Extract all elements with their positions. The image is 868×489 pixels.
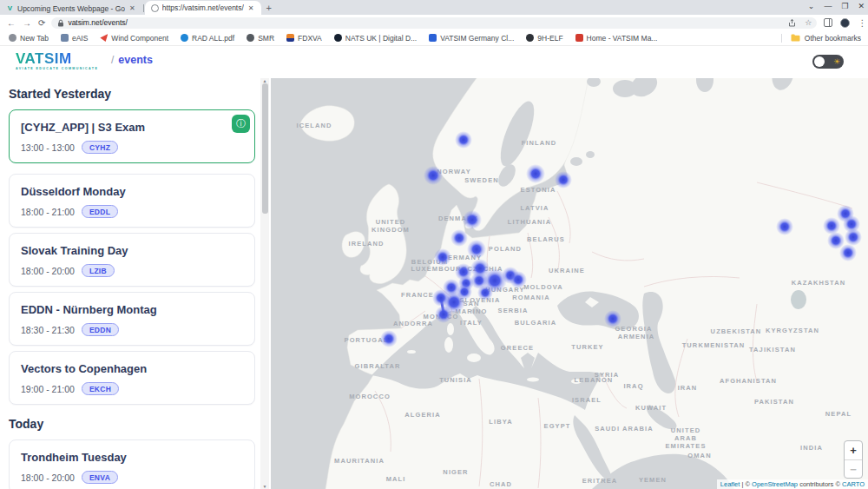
scrollbar-thumb[interactable] [262,83,268,214]
event-map-marker[interactable] [450,229,468,247]
event-title: [CYHZ_APP] | S3 Exam [21,121,244,134]
vatsim-logo[interactable]: VATSIM AVIATE EDUCATE COMMUNICATE [16,51,98,70]
event-info-button[interactable]: ⓘ [232,115,250,133]
event-map-marker[interactable] [467,240,486,259]
map-country-label: FRANCE [401,291,434,299]
event-map-marker[interactable] [604,310,621,327]
vatsim-wordmark: VATSIM [16,50,72,67]
event-card[interactable]: Vectors to Copenhagen19:00 - 21:00EKCH [9,351,255,405]
map-country-label: INDIA [800,444,823,452]
lock-icon [57,19,64,27]
back-icon[interactable]: ← [7,18,16,28]
bookmark-item[interactable]: 9H-ELF [526,34,562,43]
event-map-marker[interactable] [845,228,862,246]
event-time: 13:00 - 13:00 [21,142,75,153]
event-card[interactable]: EDDN - Nürnberg Montag18:30 - 21:30EDDN [9,292,255,346]
reload-icon[interactable]: ⟳ [38,18,45,28]
tab-close-icon[interactable]: ✕ [247,4,255,12]
sun-icon: ☀ [833,58,840,66]
bookmark-item[interactable]: FDXVA [286,34,322,43]
dark-mode-toggle[interactable]: ☀ [812,55,844,69]
event-map-marker[interactable] [510,271,527,288]
bookmark-star-icon[interactable]: ☆ [805,18,812,27]
map-country-label: IRELAND [348,240,384,248]
side-panel-icon[interactable] [824,18,832,27]
bookmark-favicon-icon [526,34,534,42]
new-tab-button[interactable]: + [266,3,272,13]
section-heading: Started Yesterday [9,87,255,101]
event-map-marker[interactable] [380,330,398,347]
event-map-marker[interactable] [435,306,452,323]
map-country-label: ISRAEL [572,396,602,404]
event-title: Düsseldorf Monday [21,185,244,198]
event-map-marker[interactable] [463,210,482,229]
event-time: 18:00 - 20:00 [21,472,75,483]
bookmark-item[interactable]: Wind Component [100,34,168,43]
tab-vatsim-events[interactable]: https://vatsim.net/events/ ✕ [145,1,261,15]
tab-close-icon[interactable]: ✕ [128,4,136,12]
map-country-label: OMAN [687,452,711,459]
toolbar-right: ⋮ [824,18,866,28]
bookmark-item[interactable]: SMR [247,34,274,43]
event-airport-badge: EDDL [82,205,118,218]
bookmark-item[interactable]: NATS UK | Digital D... [334,34,417,43]
event-card[interactable]: Düsseldorf Monday18:00 - 21:00EDDL [9,174,255,228]
bookmark-item[interactable]: Home - VATSIM Ma... [575,34,658,43]
map-attribution: Leaflet | © OpenStreetMap contributors ©… [717,479,868,489]
tab-upcoming-events[interactable]: V Upcoming Events Webpage - Go ✕ [0,2,142,15]
bookmark-item[interactable]: New Tab [9,34,49,43]
address-bar[interactable]: vatsim.net/events/ ☆ [51,17,817,29]
profile-avatar[interactable] [840,18,850,28]
bookmark-item[interactable]: eAIS [61,34,88,43]
globe-favicon-icon [151,4,159,12]
openstreetmap-link[interactable]: OpenStreetMap [752,480,798,488]
map-country-label: ARMENIA [618,333,655,340]
map-country-label: BULGARIA [515,319,556,327]
map-country-label: KAZAKHSTAN [792,279,846,287]
page-header: VATSIM AVIATE EDUCATE COMMUNICATE /event… [0,46,868,78]
bookmark-item[interactable]: VATSIM Germany Cl... [429,34,514,43]
breadcrumb-events[interactable]: events [118,54,153,66]
map-country-label: ROMANIA [512,294,550,301]
map-country-label: UZBEKISTAN [711,327,762,335]
close-button[interactable]: ✕ [858,2,865,10]
event-airport-badge: EDDN [82,323,119,336]
event-card[interactable]: Trondheim Tuesday18:00 - 20:00ENVA [9,439,255,489]
event-map-marker[interactable] [526,164,545,183]
bookmark-favicon-icon [575,34,583,42]
scroll-down-icon[interactable]: ▼ [260,484,269,489]
event-map-marker[interactable] [555,171,572,188]
zoom-in-button[interactable]: + [845,441,862,459]
events-map[interactable]: ICELANDNORWAYSWEDENFINLANDESTONIALATVIAL… [271,78,868,489]
leaflet-link[interactable]: Leaflet [720,480,740,488]
share-icon[interactable] [788,19,796,27]
forward-icon[interactable]: → [23,18,31,28]
sidebar-scrollbar[interactable]: ▲ ▼ [260,78,269,489]
carto-link[interactable]: CARTO [842,480,865,488]
event-map-marker[interactable] [839,244,857,261]
event-card[interactable]: Slovak Training Day18:00 - 20:00LZIB [9,233,255,287]
event-map-marker[interactable] [455,131,472,149]
tab-search-chevron-icon[interactable]: ⌄ [808,2,815,10]
bookmark-favicon-icon [247,34,254,42]
minimize-button[interactable]: — [824,2,832,10]
event-card[interactable]: [CYHZ_APP] | S3 Exam13:00 - 13:00CYHZⓘ [9,109,255,163]
restore-button[interactable]: ❐ [841,2,848,10]
map-country-label: GEORGIA [615,325,652,333]
map-country-label: BELARUS [527,235,565,243]
menu-kebab-icon[interactable]: ⋮ [858,18,866,28]
event-map-marker[interactable] [477,285,493,301]
event-meta: 18:00 - 20:00LZIB [21,264,244,277]
event-time: 19:00 - 21:00 [21,384,75,394]
zoom-out-button[interactable]: − [845,459,862,478]
event-map-marker[interactable] [776,218,793,235]
map-country-label: ESTONIA [521,186,556,194]
bookmark-item[interactable]: RAD ALL.pdf [181,34,234,43]
event-map-marker[interactable] [823,217,840,235]
event-map-marker[interactable] [424,166,443,185]
event-airport-badge: EKCH [82,382,119,395]
other-bookmarks-button[interactable]: Other bookmarks [781,34,861,43]
map-country-label: IRAN [678,384,698,392]
section-heading: Today [9,417,255,431]
event-map-marker[interactable] [434,248,451,266]
